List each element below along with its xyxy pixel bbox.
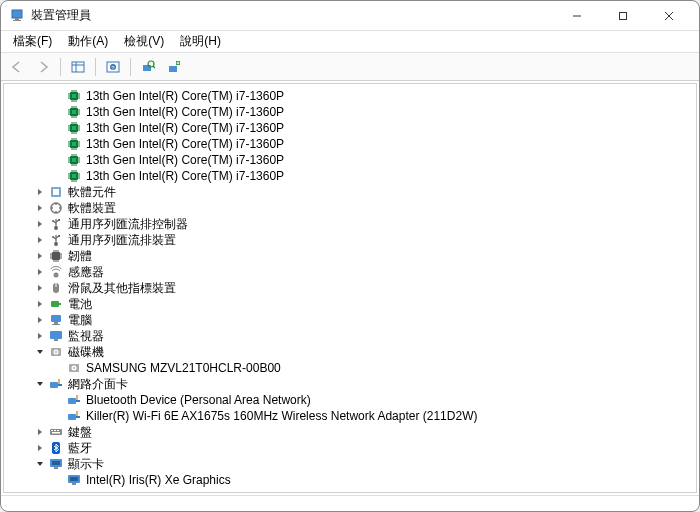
network-adapter-icon xyxy=(48,376,64,392)
usb-icon xyxy=(48,232,64,248)
svg-rect-29 xyxy=(72,158,76,162)
device-processor[interactable]: 13th Gen Intel(R) Core(TM) i7-1360P xyxy=(16,136,696,152)
category-label: 軟體裝置 xyxy=(68,200,116,217)
category-usb-devices[interactable]: 通用序列匯流排裝置 xyxy=(16,232,696,248)
category-label: 藍牙 xyxy=(68,440,92,457)
toolbar-separator xyxy=(60,58,61,76)
close-button[interactable] xyxy=(647,2,691,30)
category-bluetooth[interactable]: 藍牙 xyxy=(16,440,696,456)
device-label: 13th Gen Intel(R) Core(TM) i7-1360P xyxy=(86,169,284,183)
disk-drive-icon xyxy=(48,344,64,360)
menu-action[interactable]: 動作(A) xyxy=(60,31,116,52)
device-label: 13th Gen Intel(R) Core(TM) i7-1360P xyxy=(86,105,284,119)
chevron-right-icon[interactable] xyxy=(34,266,46,278)
chevron-down-icon[interactable] xyxy=(34,458,46,470)
menu-file[interactable]: 檔案(F) xyxy=(5,31,60,52)
svg-point-37 xyxy=(52,220,54,222)
category-firmware[interactable]: 韌體 xyxy=(16,248,696,264)
device-disk-samsung[interactable]: SAMSUNG MZVL21T0HCLR-00B00 xyxy=(16,360,696,376)
help-button[interactable]: ? xyxy=(101,56,125,78)
chevron-right-icon[interactable] xyxy=(34,298,46,310)
menu-view[interactable]: 檢視(V) xyxy=(116,31,172,52)
category-disk-drives[interactable]: 磁碟機 xyxy=(16,344,696,360)
menu-help[interactable]: 說明(H) xyxy=(172,31,229,52)
chevron-right-icon[interactable] xyxy=(34,282,46,294)
device-tree[interactable]: 13th Gen Intel(R) Core(TM) i7-1360P13th … xyxy=(3,83,697,493)
svg-rect-51 xyxy=(50,331,62,339)
category-label: 監視器 xyxy=(68,328,104,345)
category-label: 軟體元件 xyxy=(68,184,116,201)
category-software-devices[interactable]: 軟體裝置 xyxy=(16,200,696,216)
chevron-right-icon[interactable] xyxy=(34,314,46,326)
svg-rect-46 xyxy=(51,301,59,307)
forward-button[interactable] xyxy=(31,56,55,78)
add-driver-button[interactable] xyxy=(162,56,186,78)
back-button[interactable] xyxy=(5,56,29,78)
category-monitors[interactable]: 監視器 xyxy=(16,328,696,344)
device-network-killer-wifi[interactable]: Killer(R) Wi-Fi 6E AX1675s 160MHz Wirele… xyxy=(16,408,696,424)
category-display-adapters[interactable]: 顯示卡 xyxy=(16,456,696,472)
mouse-icon xyxy=(48,280,64,296)
category-label: 通用序列匯流排控制器 xyxy=(68,216,188,233)
svg-rect-33 xyxy=(53,189,59,195)
device-network-bluetooth-pan[interactable]: Bluetooth Device (Personal Area Network) xyxy=(16,392,696,408)
disk-drive-icon xyxy=(66,360,82,376)
svg-rect-0 xyxy=(12,10,22,18)
category-keyboards[interactable]: 鍵盤 xyxy=(16,424,696,440)
svg-rect-60 xyxy=(58,384,62,386)
device-processor[interactable]: 13th Gen Intel(R) Core(TM) i7-1360P xyxy=(16,104,696,120)
category-usb-controllers[interactable]: 通用序列匯流排控制器 xyxy=(16,216,696,232)
titlebar: 裝置管理員 xyxy=(1,1,699,31)
category-batteries[interactable]: 電池 xyxy=(16,296,696,312)
svg-rect-52 xyxy=(54,339,58,341)
display-adapter-icon xyxy=(66,472,82,488)
svg-rect-42 xyxy=(58,235,60,237)
processor-icon xyxy=(66,88,82,104)
svg-rect-38 xyxy=(58,219,60,221)
svg-rect-50 xyxy=(52,324,60,325)
software-device-icon xyxy=(48,200,64,216)
svg-rect-75 xyxy=(70,477,78,481)
battery-icon xyxy=(48,296,64,312)
toolbar: ? xyxy=(1,53,699,81)
svg-rect-63 xyxy=(68,414,76,420)
svg-rect-76 xyxy=(72,483,76,485)
chevron-right-icon[interactable] xyxy=(34,202,46,214)
category-sensors[interactable]: 感應器 xyxy=(16,264,696,280)
chevron-right-icon[interactable] xyxy=(34,426,46,438)
svg-rect-21 xyxy=(72,94,76,98)
chevron-right-icon[interactable] xyxy=(34,186,46,198)
chevron-down-icon[interactable] xyxy=(34,378,46,390)
category-label: 顯示卡 xyxy=(68,456,104,473)
category-software-components[interactable]: 軟體元件 xyxy=(16,184,696,200)
category-mice[interactable]: 滑鼠及其他指標裝置 xyxy=(16,280,696,296)
category-label: 感應器 xyxy=(68,264,104,281)
svg-rect-27 xyxy=(72,142,76,146)
display-adapter-icon xyxy=(48,456,64,472)
category-label: 電腦 xyxy=(68,312,92,329)
svg-rect-13 xyxy=(143,65,151,71)
svg-rect-2 xyxy=(13,20,21,21)
chevron-right-icon[interactable] xyxy=(34,250,46,262)
chevron-right-icon[interactable] xyxy=(34,218,46,230)
chevron-right-icon[interactable] xyxy=(34,442,46,454)
software-component-icon xyxy=(48,184,64,200)
device-display-intel-iris[interactable]: Intel(R) Iris(R) Xe Graphics xyxy=(16,472,696,488)
device-processor[interactable]: 13th Gen Intel(R) Core(TM) i7-1360P xyxy=(16,152,696,168)
show-hide-console-button[interactable] xyxy=(66,56,90,78)
chevron-down-icon[interactable] xyxy=(34,346,46,358)
app-icon xyxy=(9,8,25,24)
category-computer[interactable]: 電腦 xyxy=(16,312,696,328)
device-processor[interactable]: 13th Gen Intel(R) Core(TM) i7-1360P xyxy=(16,88,696,104)
device-processor[interactable]: 13th Gen Intel(R) Core(TM) i7-1360P xyxy=(16,120,696,136)
scan-hardware-button[interactable] xyxy=(136,56,160,78)
svg-line-15 xyxy=(153,66,155,68)
device-processor[interactable]: 13th Gen Intel(R) Core(TM) i7-1360P xyxy=(16,168,696,184)
chevron-right-icon[interactable] xyxy=(34,330,46,342)
minimize-button[interactable] xyxy=(555,2,599,30)
chevron-right-icon[interactable] xyxy=(34,234,46,246)
maximize-button[interactable] xyxy=(601,2,645,30)
keyboard-icon xyxy=(48,424,64,440)
svg-rect-4 xyxy=(620,12,627,19)
category-network-adapters[interactable]: 網路介面卡 xyxy=(16,376,696,392)
